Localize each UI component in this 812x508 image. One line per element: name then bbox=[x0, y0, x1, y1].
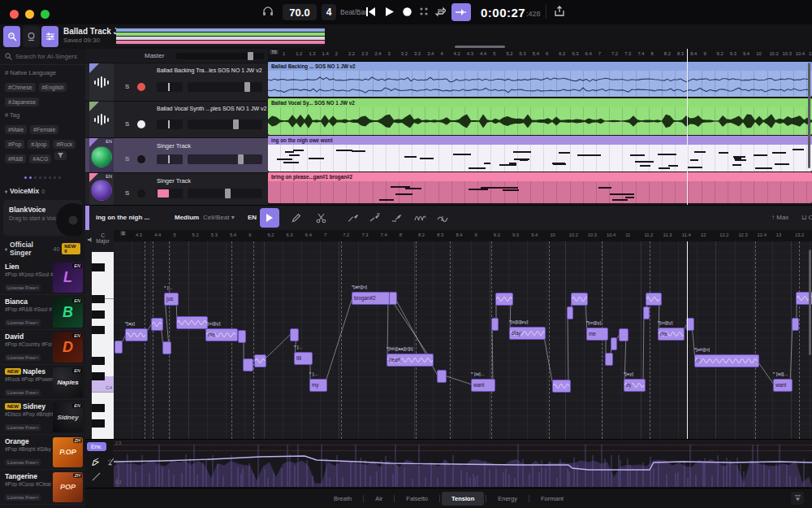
midi-note[interactable] bbox=[290, 328, 299, 341]
midi-note[interactable] bbox=[491, 318, 499, 331]
tag-chip[interactable]: #ACG bbox=[29, 154, 51, 163]
track3-singer-avatar[interactable] bbox=[91, 146, 112, 167]
singer-card-sidney[interactable]: NEWSidney#Disco #Pop #BrightLicense Free… bbox=[0, 400, 85, 435]
midi-note[interactable]: till bbox=[294, 352, 313, 365]
arrange-playhead[interactable] bbox=[687, 49, 688, 205]
language-tag-chip[interactable]: #Chinese bbox=[5, 83, 36, 92]
param-line-icon[interactable] bbox=[92, 472, 101, 481]
beats-per-bar-value[interactable]: 4 bbox=[322, 4, 336, 20]
blankvoice-card[interactable]: BlankVoice Drag to start a VoiceMix bbox=[3, 200, 82, 236]
singer-card-lien[interactable]: Lien#Pop #Kpop #Soul #License Free>LEN bbox=[0, 260, 85, 295]
grid-mode-select[interactable]: Cell/Beat ▾ bbox=[203, 214, 235, 221]
pitch-erase-tool-button[interactable] bbox=[387, 208, 407, 228]
speaker-icon[interactable] bbox=[88, 237, 94, 243]
track3-pan-slider[interactable] bbox=[157, 154, 183, 164]
singer-card-naples[interactable]: NEWNaples#Rock #Pop #PowerLicense Free>N… bbox=[0, 365, 85, 400]
midi-note[interactable] bbox=[238, 330, 246, 343]
singer-card-crimson[interactable]: Crimson#R&B #Soul #Pop #License Free>POP… bbox=[0, 505, 85, 508]
midi-note[interactable] bbox=[567, 306, 573, 319]
track1-pan-slider[interactable] bbox=[157, 82, 183, 92]
midi-note[interactable] bbox=[176, 316, 208, 329]
track-header-4[interactable]: EN Singer Track S bbox=[85, 173, 268, 205]
midi-note[interactable] bbox=[151, 318, 163, 331]
midi-note[interactable] bbox=[646, 293, 662, 306]
pointer-tool-button[interactable] bbox=[260, 208, 279, 228]
midi-note[interactable] bbox=[552, 380, 571, 393]
midi-note[interactable]: want bbox=[471, 379, 495, 392]
track2-record-dot[interactable] bbox=[137, 120, 145, 128]
pitch-pen-tool-button[interactable] bbox=[343, 208, 363, 228]
midi-note[interactable]: ay bbox=[624, 379, 646, 392]
track-header-2[interactable]: Ballad Vocal Synth ...ples SOS NO 1 JW v… bbox=[85, 102, 268, 137]
mixer-button[interactable] bbox=[41, 26, 58, 47]
tag-chip[interactable]: #Jpop bbox=[28, 140, 50, 149]
license-free-badge[interactable]: License Free> bbox=[5, 494, 41, 501]
track4-pan-slider[interactable] bbox=[157, 189, 183, 198]
metronome-button[interactable] bbox=[23, 26, 40, 47]
singer-card-bianca[interactable]: Bianca#Pop #R&B #Soul #License Free>BEN bbox=[0, 295, 85, 330]
track4-solo-button[interactable]: S bbox=[125, 189, 129, 197]
tag-chip[interactable]: #Female bbox=[30, 125, 58, 134]
pitch-smooth-tool-button[interactable] bbox=[433, 208, 452, 228]
midi-note[interactable]: brogan#2 bbox=[352, 292, 391, 305]
voicemix-section-header[interactable]: ▾ VoiceMix 0 bbox=[0, 184, 85, 198]
track1-icon-cell[interactable] bbox=[89, 63, 114, 101]
clip-singer-1[interactable]: ing on the nigh owe wont bbox=[268, 136, 812, 172]
language-tag-chip[interactable]: #English bbox=[39, 83, 67, 92]
piano-key-black[interactable] bbox=[92, 404, 105, 412]
track1-solo-button[interactable]: S bbox=[125, 83, 129, 90]
pencil-tool-button[interactable] bbox=[287, 208, 306, 228]
tag-chip[interactable]: #Male bbox=[5, 125, 27, 134]
arrangement-minimap[interactable] bbox=[116, 27, 325, 46]
midi-note[interactable]: want bbox=[773, 379, 793, 392]
license-free-badge[interactable]: License Free> bbox=[5, 319, 41, 326]
clip-vocal-sample[interactable]: Ballad Vocal Sy... SOS NO 1 JW v2 bbox=[268, 98, 812, 135]
clip-singer-2[interactable]: bring on please...gan#1 brogan#2 bbox=[268, 172, 812, 203]
export-icon[interactable] bbox=[554, 6, 565, 17]
master-volume-slider[interactable] bbox=[176, 53, 264, 59]
piano-key-black[interactable] bbox=[92, 357, 105, 365]
singer-avatar[interactable]: DEN bbox=[53, 332, 83, 363]
piano-key-black[interactable] bbox=[92, 310, 105, 319]
track1-name[interactable]: Ballad Backing Tra...les SOS NO 1 JW v2 bbox=[157, 67, 262, 73]
metronome-grid-icon[interactable] bbox=[419, 7, 429, 16]
param-tab-air[interactable]: Air bbox=[365, 492, 392, 506]
track1-record-dot[interactable] bbox=[137, 83, 145, 91]
headset-icon[interactable] bbox=[261, 5, 274, 18]
lyric-language-select[interactable]: EN bbox=[248, 214, 257, 221]
piano-key-black[interactable] bbox=[92, 372, 105, 380]
close-window-icon[interactable] bbox=[10, 10, 19, 19]
param-tab-falsetto[interactable]: Falsetto bbox=[396, 492, 438, 506]
midi-note[interactable] bbox=[243, 358, 253, 371]
piano-roll[interactable]: C Major 0 4.34.455.25.35.466.26.36.477.2… bbox=[85, 230, 812, 439]
singer-avatar[interactable]: SidneyEN bbox=[53, 402, 83, 432]
track2-volume-slider[interactable] bbox=[188, 119, 262, 129]
track2-solo-button[interactable]: S bbox=[125, 120, 129, 128]
follow-playhead-button[interactable] bbox=[451, 3, 471, 21]
tempo-value[interactable]: 70.0 bbox=[283, 4, 317, 20]
midi-note[interactable] bbox=[437, 370, 447, 383]
piano-key-black[interactable] bbox=[92, 263, 105, 271]
envelope-tab[interactable]: Env. bbox=[87, 442, 106, 451]
master-track-header[interactable]: Master bbox=[85, 49, 268, 63]
license-free-badge[interactable]: License Free> bbox=[5, 424, 41, 431]
key-scale-header[interactable]: C Major bbox=[85, 230, 114, 252]
clip-backing-track[interactable]: Ballad Backing ... SOS NO 1 JW v2 bbox=[268, 62, 812, 97]
midi-note[interactable]: heart bbox=[387, 354, 434, 367]
singer-avatar[interactable]: POPZH bbox=[53, 472, 83, 502]
midi-note[interactable]: n bbox=[694, 354, 759, 367]
note-grid[interactable]: *[ay]* [...jus*[m][iy]me* [...till* [...… bbox=[114, 241, 812, 439]
track3-volume-slider[interactable] bbox=[188, 154, 262, 164]
tempo-marker[interactable]: 70 bbox=[270, 50, 279, 54]
loop-icon[interactable] bbox=[435, 7, 446, 17]
midi-note[interactable] bbox=[792, 318, 799, 331]
midi-note[interactable]: me bbox=[205, 328, 238, 341]
track4-name[interactable]: Singer Track bbox=[157, 177, 191, 185]
arrange-timeline-ruler[interactable]: 70 11.21.31.422.22.32.433.23.33.444.24.3… bbox=[268, 49, 812, 62]
midi-note[interactable] bbox=[571, 293, 588, 306]
roll-playhead[interactable] bbox=[687, 241, 688, 439]
language-tag-chip[interactable]: #Japanese bbox=[5, 98, 39, 106]
singer-avatar[interactable]: LEN bbox=[53, 263, 83, 293]
piano-key-black[interactable] bbox=[92, 295, 105, 303]
minimize-window-icon[interactable] bbox=[25, 10, 34, 19]
